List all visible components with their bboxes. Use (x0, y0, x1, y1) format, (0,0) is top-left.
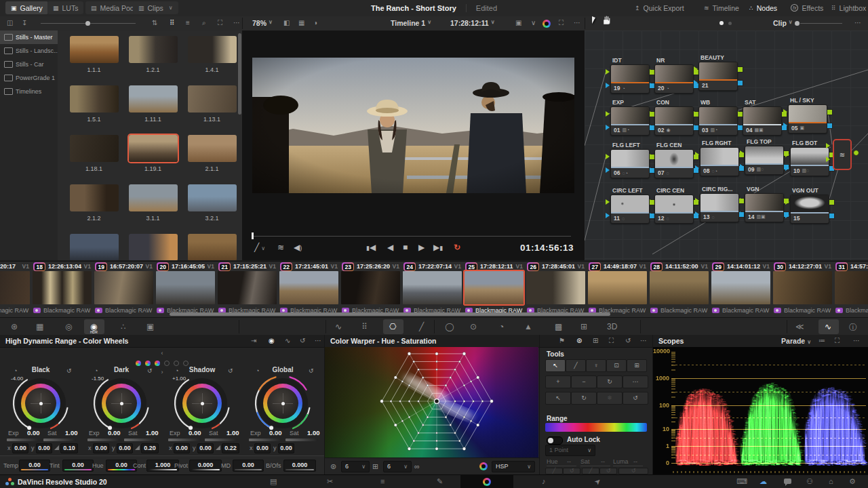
input-port-key[interactable] (694, 125, 698, 130)
sat-value[interactable]: 1.00 (307, 429, 320, 436)
sat-slider[interactable] (43, 439, 76, 441)
timeline-clip[interactable]: 2714:49:18:07V1Blackmagic RAW (587, 262, 649, 318)
output-port-key[interactable] (737, 80, 743, 86)
node-circ-cen[interactable]: 12◌ (654, 195, 694, 224)
timeline-clip[interactable]: 2317:25:26:20V1Blackmagic RAW (340, 262, 402, 318)
node-zoom-handle[interactable] (795, 21, 800, 26)
magic-mask-icon[interactable]: ◔ (499, 322, 504, 331)
reset-hue[interactable]: ↺ (563, 468, 580, 474)
pin-tool[interactable]: ♀ (586, 359, 606, 372)
node-flg-cen[interactable]: 07◌ (654, 149, 694, 178)
input-port-key[interactable] (694, 80, 698, 85)
sat-slider[interactable] (285, 439, 318, 441)
flag-icon[interactable]: ⚑ (559, 337, 565, 344)
viewer-playhead[interactable] (252, 232, 254, 239)
wheel-reset-icon[interactable]: ↺ (147, 367, 153, 374)
timeline-clip[interactable]: 2117:15:25:21V1Blackmagic RAW (217, 262, 279, 318)
node-flg-top[interactable]: 09▥◌ (745, 146, 784, 175)
input-port-key[interactable] (738, 125, 742, 130)
color-viewer-icon[interactable] (542, 20, 551, 28)
curves-icon[interactable]: ∿ (335, 322, 342, 331)
input-port-key[interactable] (606, 83, 610, 88)
thumb-view-icon[interactable]: ▦ (298, 19, 304, 26)
play-button[interactable]: ▶ (418, 243, 425, 252)
wipe-modes-icon[interactable]: ≋ (277, 243, 284, 252)
wheel-center-dot[interactable] (201, 402, 204, 405)
still-thumb[interactable] (70, 135, 119, 162)
node-beauty[interactable]: 21 (698, 62, 738, 91)
stop-button[interactable]: ■ (403, 243, 408, 252)
info-icon[interactable]: ⓘ (849, 322, 857, 333)
node-circ-rig-[interactable]: 13◌ (700, 193, 739, 222)
exp-value[interactable]: 0.00 (189, 429, 201, 436)
range-gradient[interactable] (545, 423, 647, 432)
sat-slider[interactable] (124, 439, 157, 441)
clip-thumbnail[interactable] (218, 271, 277, 304)
color-wheel-global[interactable] (263, 384, 302, 423)
search-icon[interactable]: ⌕ (202, 19, 206, 27)
falloff-value[interactable]: 0.22 (222, 443, 239, 453)
input-port-key[interactable] (740, 164, 744, 169)
timeline-clip[interactable]: 2617:28:45:01V1Blackmagic RAW (526, 262, 587, 318)
tracker-icon[interactable]: ⊙ (470, 322, 477, 331)
node-more-icon[interactable]: ⋯ (854, 19, 861, 26)
node-page-dot[interactable] (728, 22, 732, 25)
warper-grid-icon[interactable]: ⊞ (593, 337, 598, 344)
timeline-clip[interactable]: 3014:12:27:01V1Blackmagic RAW (772, 262, 834, 318)
colorspace-select[interactable]: HSP∨ (492, 461, 535, 472)
more-icon[interactable]: ⋯ (640, 337, 647, 344)
wheel-center-dot[interactable] (120, 402, 123, 405)
node-page-dot-active[interactable] (719, 21, 724, 25)
spread-tool[interactable]: ⋯ (623, 375, 648, 388)
settings-icon[interactable]: ⚙ (849, 477, 856, 486)
clip-thumbnail[interactable] (279, 271, 338, 304)
key-icon[interactable]: ▩ (555, 322, 562, 331)
freeze-tool[interactable]: ❄ (597, 392, 623, 405)
compare-icon[interactable]: ◑ (313, 19, 317, 26)
cloud-icon[interactable]: ☁ (760, 477, 767, 486)
curve-icon[interactable]: ∿ (285, 337, 290, 344)
reset-tool[interactable]: ↺ (623, 392, 648, 405)
input-port-rgb[interactable] (785, 152, 789, 157)
input-port-rgb[interactable] (606, 154, 610, 159)
falloff-value[interactable]: 0.20 (141, 443, 159, 453)
more-icon[interactable]: ⋯ (315, 337, 321, 344)
converge-tool[interactable]: ⊡ (606, 359, 627, 372)
color-wheel-shadow[interactable] (182, 384, 222, 423)
still-thumb[interactable] (129, 234, 178, 260)
sat-value[interactable]: 1.00 (146, 429, 159, 436)
still-thumb[interactable] (70, 85, 119, 113)
camera-raw-icon[interactable]: ⊛ (11, 322, 18, 331)
input-port-rgb[interactable] (695, 152, 699, 157)
timeline-clip[interactable]: 2517:28:12:11V1Blackmagic RAW (464, 262, 526, 318)
output-port-rgb[interactable] (829, 199, 835, 205)
draw-tool[interactable]: ╱ (566, 359, 586, 372)
clip-thumbnail[interactable] (835, 271, 868, 304)
clip-thumbnail[interactable] (403, 271, 462, 304)
keyframes-icon[interactable]: ≪ (795, 322, 804, 331)
page-fairlight[interactable]: ♪ (542, 477, 546, 485)
node-con[interactable]: 02◉ (654, 106, 694, 136)
scope-more-icon[interactable]: ⋯ (853, 337, 860, 344)
still-thumb[interactable] (188, 36, 237, 63)
timeline-clip[interactable]: 2914:14:01:12V1Blackmagic RAW (711, 262, 772, 318)
input-port-rgb[interactable] (740, 150, 744, 156)
wheel-center-dot[interactable] (281, 402, 285, 405)
still-thumb[interactable] (188, 184, 237, 211)
mixer-output[interactable] (853, 150, 859, 156)
output-port-rgb[interactable] (827, 109, 833, 115)
tab-lightbox[interactable]: ⠿Lightbox (826, 1, 868, 14)
add-point[interactable]: + (545, 375, 571, 388)
keyboard-icon[interactable]: ⌨ (736, 477, 747, 486)
grab-still-icon[interactable]: ╱∨ (254, 243, 265, 252)
color-wheels-icon[interactable]: ◎ (65, 322, 72, 331)
input-port-rgb[interactable] (785, 199, 789, 205)
input-port-rgb[interactable] (783, 109, 787, 115)
sat-count-select[interactable]: 6∨ (383, 461, 412, 472)
tab-nodes[interactable]: ∴Nodes (744, 1, 783, 14)
reset-luma[interactable]: ↺ (618, 468, 648, 474)
pen-hue[interactable]: ╱ (545, 468, 563, 474)
node-hl-sky[interactable]: 05▣ (788, 104, 827, 134)
still-thumb[interactable] (70, 184, 119, 211)
timeline-clip[interactable]: 20:17V1Blackmagic RAW (0, 262, 32, 318)
